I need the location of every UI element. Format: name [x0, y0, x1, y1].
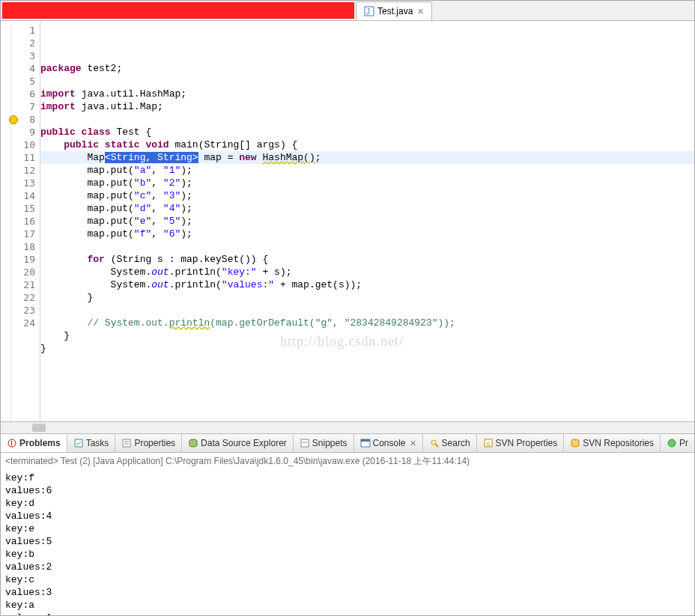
view-tab-label: Search	[442, 438, 470, 448]
view-tab-label: Tasks	[86, 438, 109, 448]
line-number: 20	[11, 266, 40, 278]
code-line[interactable]	[40, 75, 694, 88]
console-line: values:3	[5, 586, 690, 599]
line-number: 10	[11, 138, 40, 151]
redacted-region	[2, 2, 354, 19]
line-number: 13	[11, 177, 40, 189]
line-number: 18	[11, 240, 40, 253]
code-line[interactable]: map.put("b", "2");	[40, 177, 694, 189]
line-number: 4	[11, 62, 40, 75]
view-tab-properties[interactable]: Properties	[115, 434, 182, 452]
console-icon	[360, 438, 371, 448]
svnprops-icon: S	[483, 438, 494, 448]
code-line[interactable]: System.out.println("key:" + s);	[40, 266, 694, 278]
svg-rect-4	[75, 439, 82, 447]
code-line[interactable]	[40, 355, 694, 368]
code-line[interactable]: }	[40, 342, 694, 355]
code-line[interactable]: }	[40, 291, 694, 304]
console-output[interactable]: key:fvalues:6key:dvalues:4key:evalues:5k…	[1, 470, 694, 616]
view-tab-svnprops[interactable]: SSVN Properties	[477, 434, 565, 452]
code-line[interactable]: map.put("c", "3");	[40, 189, 694, 202]
line-number: 11	[11, 151, 40, 164]
line-number: 16	[11, 215, 40, 228]
views-tab-bar: !ProblemsTasksPropertiesData Source Expl…	[1, 434, 694, 453]
view-tab-label: Snippets	[312, 438, 348, 448]
code-line[interactable]: map.put("a", "1");	[40, 164, 694, 177]
view-tab-problems[interactable]: !Problems	[1, 434, 67, 452]
line-number: 22	[11, 291, 40, 304]
line-number: 24	[11, 317, 40, 329]
code-area[interactable]: http://blog.csdn.net/ package test2;impo…	[40, 21, 694, 421]
problems-icon: !	[7, 438, 17, 448]
code-editor[interactable]: 123456789101112131415161718192021222324 …	[1, 21, 694, 422]
code-line[interactable]: // System.out.println(map.getOrDefault("…	[40, 317, 694, 329]
view-tab-search[interactable]: Search	[423, 434, 477, 452]
console-line: values:5	[5, 535, 690, 548]
view-tab-dse[interactable]: Data Source Explorer	[182, 434, 294, 452]
svg-point-18	[668, 439, 676, 447]
line-number: 21	[11, 278, 40, 291]
code-line[interactable]	[40, 113, 694, 126]
editor-tab-label: Test.java	[377, 6, 413, 16]
view-tab-label: SVN Repositories	[583, 438, 654, 448]
code-line[interactable]: map.put("e", "5");	[40, 215, 694, 228]
scrollbar-thumb[interactable]	[32, 424, 46, 432]
view-tab-snippets[interactable]: Snippets	[294, 434, 354, 452]
code-line[interactable]: import java.util.Map;	[40, 100, 694, 113]
close-icon[interactable]: ✕	[410, 439, 416, 448]
java-file-icon: J	[364, 6, 374, 16]
view-tab-label: Problems	[19, 438, 61, 448]
code-line[interactable]: Map<String, String> map = new HashMap();	[40, 151, 694, 164]
console-launch-header: <terminated> Test (2) [Java Application]…	[1, 453, 694, 470]
code-line[interactable]: import java.util.HashMap;	[40, 88, 694, 100]
code-line[interactable]: for (String s : map.keySet()) {	[40, 253, 694, 266]
svg-rect-5	[123, 439, 130, 447]
view-tab-pr[interactable]: Pr	[661, 434, 694, 452]
editor-tab-test-java[interactable]: J Test.java ✕	[356, 1, 432, 20]
code-line[interactable]: map.put("d", "4");	[40, 202, 694, 215]
console-line: key:f	[5, 472, 690, 484]
console-line: values:1	[5, 612, 690, 616]
code-line[interactable]: }	[40, 329, 694, 342]
view-tab-tasks[interactable]: Tasks	[67, 434, 116, 452]
line-number: 15	[11, 202, 40, 215]
view-tab-label: Properties	[134, 438, 175, 448]
line-number: 3	[11, 49, 40, 62]
code-line[interactable]: System.out.println("values:" + map.get(s…	[40, 278, 694, 291]
code-line[interactable]	[40, 304, 694, 317]
tasks-icon	[73, 438, 84, 448]
view-tab-label: Data Source Explorer	[201, 438, 287, 448]
code-line[interactable]: map.put("f", "6");	[40, 228, 694, 240]
line-number: 17	[11, 228, 40, 240]
line-number: 5	[11, 75, 40, 88]
svg-text:J: J	[366, 7, 370, 16]
search-icon	[429, 438, 440, 448]
svg-text:!: !	[10, 439, 13, 447]
view-tab-label: Console	[373, 438, 406, 448]
svg-text:S: S	[486, 441, 490, 448]
code-line[interactable]	[40, 240, 694, 253]
view-tab-svnrepo[interactable]: SVN Repositories	[564, 434, 661, 452]
editor-tab-bar: J Test.java ✕	[1, 1, 694, 21]
dse-icon	[188, 438, 198, 448]
console-line: values:6	[5, 484, 690, 497]
console-line: key:e	[5, 522, 690, 535]
close-icon[interactable]: ✕	[417, 7, 424, 16]
svg-line-14	[435, 444, 438, 447]
console-line: values:4	[5, 510, 690, 522]
marker-bar	[1, 21, 11, 421]
line-number: 6	[11, 88, 40, 100]
line-number: 23	[11, 304, 40, 317]
line-number: 9	[11, 126, 40, 138]
view-tab-console[interactable]: Console✕	[354, 434, 423, 452]
view-tab-label: Pr	[679, 438, 688, 448]
code-line[interactable]: public class Test {	[40, 126, 694, 138]
horizontal-scrollbar[interactable]	[1, 422, 694, 434]
view-tab-label: SVN Properties	[496, 438, 558, 448]
svg-rect-9	[301, 439, 309, 447]
properties-icon	[121, 438, 132, 448]
console-line: values:2	[5, 561, 690, 573]
code-line[interactable]: public static void main(String[] args) {	[40, 138, 694, 151]
line-number: 19	[11, 253, 40, 266]
code-line[interactable]: package test2;	[40, 62, 694, 75]
